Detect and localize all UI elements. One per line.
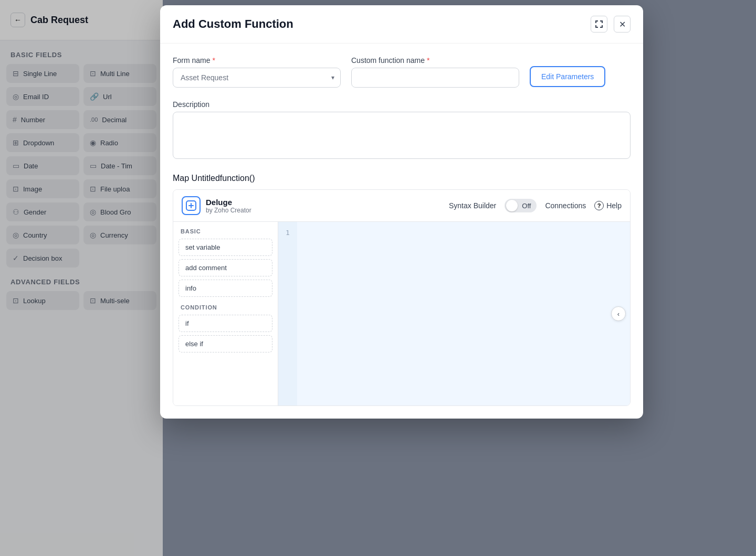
description-label: Description — [173, 100, 631, 109]
field-label: Date — [24, 162, 38, 170]
field-label: Gender — [24, 208, 46, 216]
modal-header-actions: ✕ — [591, 16, 631, 33]
currency-icon: ◎ — [90, 231, 96, 239]
url-icon: 🔗 — [90, 92, 99, 101]
form-name-select[interactable]: Asset Request Cab Request — [173, 68, 341, 88]
radio-icon: ◉ — [90, 138, 96, 147]
form-name-label: Form name * — [173, 56, 341, 65]
field-date-time[interactable]: ▭ Date - Tim — [83, 156, 156, 175]
sidebar-title: Cab Request — [30, 15, 88, 26]
collapse-panel-button[interactable]: ‹ — [611, 306, 626, 321]
help-circle-icon: ? — [594, 201, 604, 210]
info-button[interactable]: info — [178, 280, 272, 297]
back-button[interactable]: ← — [10, 13, 25, 27]
custom-function-name-input[interactable] — [351, 68, 519, 88]
field-dropdown[interactable]: ⊞ Dropdown — [6, 133, 79, 152]
editor-area: BASIC set variable add comment info COND… — [173, 222, 630, 405]
deluge-brand: Deluge by Zoho Creator — [182, 196, 251, 215]
sidebar-header: ← Cab Request — [0, 0, 163, 40]
deluge-panel: Deluge by Zoho Creator Syntax Builder Of… — [173, 189, 631, 406]
form-row: Form name * Asset Request Cab Request ▾ … — [173, 56, 631, 88]
custom-function-name-group: Custom function name * — [351, 56, 519, 88]
description-section: Description — [173, 100, 631, 161]
lookup-icon: ⊡ — [13, 296, 19, 305]
edit-parameters-button[interactable]: Edit Parameters — [530, 66, 605, 87]
set-variable-button[interactable]: set variable — [178, 239, 272, 256]
field-image[interactable]: ⊡ Image — [6, 179, 79, 198]
field-label: Multi Line — [100, 70, 130, 78]
field-lookup[interactable]: ⊡ Lookup — [6, 291, 79, 310]
field-label: Currency — [100, 231, 128, 239]
code-textarea[interactable] — [297, 222, 630, 405]
close-icon: ✕ — [619, 19, 626, 29]
condition-section-label: CONDITION — [178, 304, 272, 311]
field-label: File uploa — [100, 185, 130, 193]
map-section-label: Map Untitledfunction() — [173, 174, 631, 183]
number-icon: # — [13, 115, 17, 124]
blood-group-icon: ◎ — [90, 208, 96, 216]
basic-section-label: BASIC — [178, 228, 272, 234]
deluge-brand-info: Deluge by Zoho Creator — [206, 198, 251, 214]
if-button[interactable]: if — [178, 315, 272, 332]
deluge-controls: Syntax Builder Off Connections ? Help — [449, 199, 622, 212]
description-textarea[interactable] — [173, 112, 631, 159]
field-country[interactable]: ◎ Country — [6, 226, 79, 244]
gender-icon: ⚇ — [13, 208, 19, 216]
brand-subtitle: by Zoho Creator — [206, 207, 251, 214]
field-label: Multi-sele — [100, 297, 130, 305]
basic-fields-grid: ⊟ Single Line ⊡ Multi Line ◎ Email ID 🔗 … — [0, 64, 163, 268]
field-label: Url — [103, 93, 112, 101]
brand-name: Deluge — [206, 198, 251, 207]
modal-body: Form name * Asset Request Cab Request ▾ … — [160, 44, 643, 419]
field-gender[interactable]: ⚇ Gender — [6, 202, 79, 221]
form-name-group: Form name * Asset Request Cab Request ▾ — [173, 56, 341, 88]
field-file-upload[interactable]: ⊡ File uploa — [83, 179, 156, 198]
code-editor: 1 ‹ — [278, 222, 630, 405]
form-name-select-wrapper: Asset Request Cab Request ▾ — [173, 68, 341, 88]
required-star: * — [213, 56, 215, 65]
required-star-2: * — [427, 56, 429, 65]
field-decision-box[interactable]: ✓ Decision box — [6, 249, 79, 268]
field-label: Decision box — [23, 254, 62, 262]
date-time-icon: ▭ — [90, 162, 97, 170]
modal-header: Add Custom Function ✕ — [160, 5, 643, 44]
field-email[interactable]: ◎ Email ID — [6, 87, 79, 106]
field-decimal[interactable]: .00 Decimal — [83, 110, 156, 129]
field-label: Image — [23, 185, 42, 193]
field-number[interactable]: # Number — [6, 110, 79, 129]
toggle-circle — [506, 200, 518, 211]
else-if-button[interactable]: else if — [178, 335, 272, 352]
field-label: Single Line — [23, 70, 57, 78]
decision-box-icon: ✓ — [13, 254, 19, 262]
add-custom-function-modal: Add Custom Function ✕ Form name * — [160, 5, 643, 419]
field-date[interactable]: ▭ Date — [6, 156, 79, 175]
syntax-builder-toggle[interactable]: Off — [505, 199, 537, 212]
email-icon: ◎ — [13, 92, 19, 101]
custom-function-name-label: Custom function name * — [351, 56, 519, 65]
toggle-label: Off — [518, 202, 535, 210]
date-icon: ▭ — [13, 162, 19, 170]
close-button[interactable]: ✕ — [614, 16, 631, 33]
field-label: Date - Tim — [101, 162, 132, 170]
field-radio[interactable]: ◉ Radio — [83, 133, 156, 152]
file-upload-icon: ⊡ — [90, 185, 96, 193]
country-icon: ◎ — [13, 231, 19, 239]
field-multi-select[interactable]: ⊡ Multi-sele — [83, 291, 156, 310]
expand-button[interactable] — [591, 16, 607, 33]
connections-label[interactable]: Connections — [545, 201, 586, 210]
field-label: Dropdown — [23, 139, 54, 147]
field-multi-line[interactable]: ⊡ Multi Line — [83, 64, 156, 83]
field-url[interactable]: 🔗 Url — [83, 87, 156, 106]
field-blood-group[interactable]: ◎ Blood Gro — [83, 202, 156, 221]
field-label: Country — [23, 231, 47, 239]
add-comment-button[interactable]: add comment — [178, 259, 272, 276]
multi-line-icon: ⊡ — [90, 69, 96, 78]
field-label: Number — [21, 116, 45, 124]
field-label: Radio — [100, 139, 118, 147]
code-blocks-panel: BASIC set variable add comment info COND… — [173, 222, 278, 405]
field-currency[interactable]: ◎ Currency — [83, 226, 156, 244]
field-single-line[interactable]: ⊟ Single Line — [6, 64, 79, 83]
line-number: 1 — [278, 227, 297, 239]
field-label: Blood Gro — [100, 208, 131, 216]
help-button[interactable]: ? Help — [594, 201, 622, 210]
